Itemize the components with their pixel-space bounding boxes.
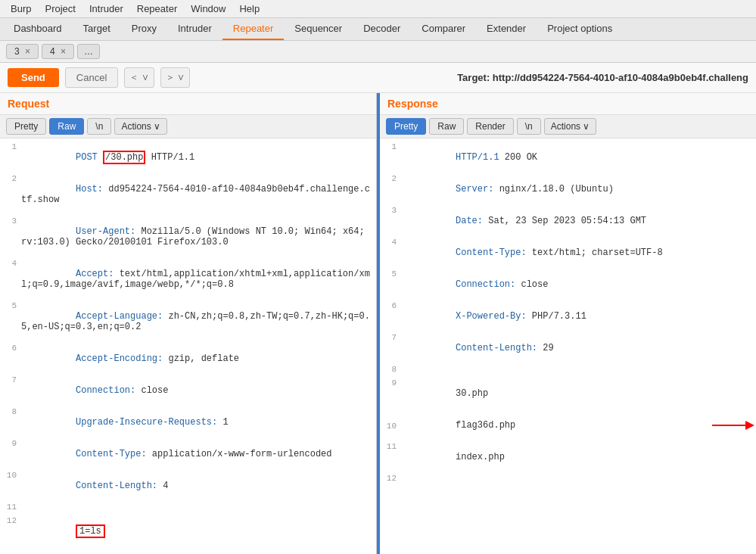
table-row: 3 Date: Sat, 23 Sep 2023 05:54:13 GMT (380, 205, 756, 237)
table-row: 10 Content-Length: 4 (0, 470, 376, 502)
menu-repeater[interactable]: Repeater (131, 2, 183, 16)
response-tab-pretty[interactable]: Pretty (386, 118, 426, 135)
table-row: 7 Connection: close (0, 375, 376, 406)
resp-actions-chevron-icon: ∨ (583, 121, 590, 132)
table-row: 4 Accept: text/html,application/xhtml+xm… (0, 258, 376, 300)
response-code-area[interactable]: 1 HTTP/1.1 200 OK 2 Server: nginx/1.18.0… (380, 138, 756, 554)
response-panel-tabs: Pretty Raw Render \n Actions ∨ (380, 115, 756, 138)
table-row: 6 X-Powered-By: PHP/7.3.11 (380, 300, 756, 332)
nav-fwd-button[interactable]: ＞ ∨ (160, 67, 190, 88)
tab-intruder[interactable]: Intruder (167, 18, 222, 40)
toolbar: Send Cancel ＜ ∨ ＞ ∨ Target: http://dd954… (0, 63, 756, 93)
request-tab-n[interactable]: \n (87, 118, 111, 135)
menu-window[interactable]: Window (185, 2, 232, 16)
table-row: 8 Upgrade-Insecure-Requests: 1 (0, 406, 376, 438)
close-3-icon[interactable]: × (25, 46, 30, 57)
cancel-button[interactable]: Cancel (65, 67, 118, 88)
resp-actions-label: Actions (551, 121, 580, 132)
request-tab-actions[interactable]: Actions ∨ (114, 118, 166, 135)
arrow-annotation (711, 419, 756, 432)
tab-extender[interactable]: Extender (476, 18, 537, 40)
table-row: 5 Accept-Language: zh-CN,zh;q=0.8,zh-TW;… (0, 300, 376, 343)
menu-bar: Burp Project Intruder Repeater Window He… (0, 0, 756, 18)
send-button[interactable]: Send (8, 68, 59, 87)
tab-sequencer[interactable]: Sequencer (284, 18, 353, 40)
req-proto: HTTP/1.1 (145, 152, 194, 163)
menu-burp[interactable]: Burp (5, 2, 37, 16)
table-row: 3 User-Agent: Mozilla/5.0 (Windows NT 10… (0, 216, 376, 258)
sub-tab-more[interactable]: … (77, 44, 100, 59)
tab-dashboard[interactable]: Dashboard (3, 18, 73, 40)
req-path-highlight: /30.php (103, 151, 145, 164)
request-header: Request (0, 93, 376, 115)
actions-chevron-icon: ∨ (154, 121, 160, 132)
tab-proxy[interactable]: Proxy (121, 18, 167, 40)
table-row: 10 flag36d.php (380, 409, 756, 441)
req-cmd-highlight: 1=ls (76, 524, 105, 538)
main-content: Request Pretty Raw \n Actions ∨ 1 POST /… (0, 93, 756, 554)
tab-target[interactable]: Target (73, 18, 121, 40)
response-header: Response (380, 93, 756, 115)
table-row: 8 (380, 364, 756, 378)
table-row: 1 POST /30.php HTTP/1.1 (0, 142, 376, 173)
actions-label: Actions (121, 121, 151, 132)
sub-tab-4[interactable]: 4 × (42, 44, 74, 59)
table-row: 2 Host: dd954224-7564-4010-af10-4084a9b0… (0, 173, 376, 216)
response-tab-raw[interactable]: Raw (429, 118, 464, 135)
table-row: 12 (380, 473, 756, 487)
red-arrow-icon (711, 419, 756, 432)
tab-project-options[interactable]: Project options (537, 18, 623, 40)
response-tab-actions[interactable]: Actions ∨ (544, 118, 596, 135)
sub-tab-3[interactable]: 3 × (6, 44, 39, 59)
table-row: 12 1=ls (0, 515, 376, 547)
request-panel-tabs: Pretty Raw \n Actions ∨ (0, 115, 376, 138)
response-tab-render[interactable]: Render (467, 118, 513, 135)
table-row: 9 Content-Type: application/x-www-form-u… (0, 438, 376, 470)
response-panel: Response Pretty Raw Render \n Actions ∨ … (380, 93, 756, 554)
nav-tabs: Dashboard Target Proxy Intruder Repeater… (0, 18, 756, 41)
request-code-area[interactable]: 1 POST /30.php HTTP/1.1 2 Host: dd954224… (0, 138, 376, 554)
close-4-icon[interactable]: × (61, 46, 66, 57)
nav-back-button[interactable]: ＜ ∨ (124, 67, 154, 88)
table-row: 11 (0, 502, 376, 515)
table-row: 6 Accept-Encoding: gzip, deflate (0, 343, 376, 375)
request-panel: Request Pretty Raw \n Actions ∨ 1 POST /… (0, 93, 377, 554)
req-method: POST (76, 152, 103, 163)
tab-comparer[interactable]: Comparer (411, 18, 476, 40)
menu-help[interactable]: Help (233, 2, 266, 16)
request-tab-raw[interactable]: Raw (49, 118, 84, 135)
sub-tabs: 3 × 4 × … (0, 41, 756, 63)
request-tab-pretty[interactable]: Pretty (6, 118, 46, 135)
table-row: 9 30.php (380, 378, 756, 409)
table-row: 2 Server: nginx/1.18.0 (Ubuntu) (380, 173, 756, 205)
table-row: 7 Content-Length: 29 (380, 332, 756, 364)
tab-decoder[interactable]: Decoder (353, 18, 411, 40)
menu-project[interactable]: Project (39, 2, 81, 16)
table-row: 5 Connection: close (380, 269, 756, 300)
menu-intruder[interactable]: Intruder (83, 2, 129, 16)
table-row: 11 index.php (380, 441, 756, 473)
table-row: 1 HTTP/1.1 200 OK (380, 142, 756, 173)
response-tab-n[interactable]: \n (517, 118, 541, 135)
table-row: 4 Content-Type: text/html; charset=UTF-8 (380, 237, 756, 269)
target-label: Target: http://dd954224-7564-4010-af10-4… (457, 72, 748, 83)
tab-repeater[interactable]: Repeater (222, 18, 284, 40)
